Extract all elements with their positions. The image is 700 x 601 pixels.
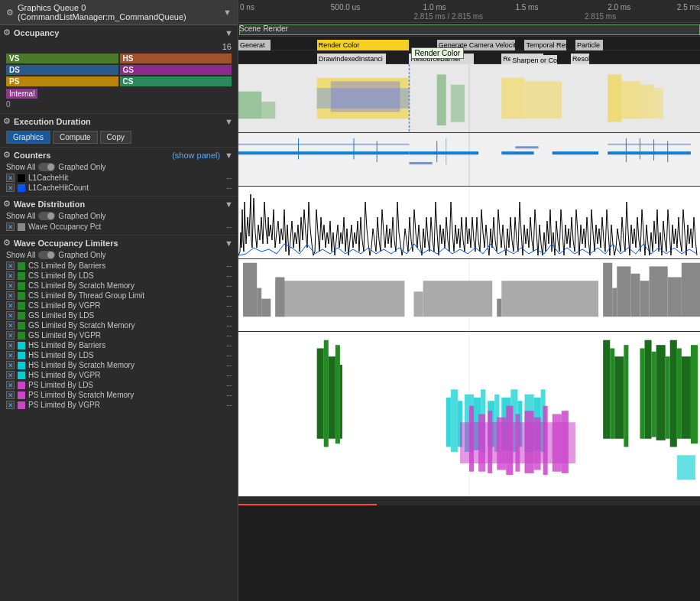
lim-dashes-ps-vgpr: -- [226,401,232,409]
lim-row-ps-vgpr: ✕ PS Limited By VGPR -- [6,400,232,410]
lim-color-hs-scratch [18,362,25,369]
lim-color-hs-barriers [18,342,25,349]
svg-rect-45 [414,291,423,317]
lim-color-hs-lds [18,352,25,359]
ruler-marks: 0 ns 500.0 us 1.0 ms 1.5 ms 2.0 ms 2.5 m… [238,2,700,24]
svg-rect-82 [497,417,506,470]
lim-dashes-hs-barriers: -- [226,341,232,349]
counter-label-l1cachehit: L1CacheHit [28,174,68,182]
svg-rect-100 [677,349,682,439]
svg-rect-14 [331,81,400,112]
occupancy-header[interactable]: ⚙ Occupancy ▼ [0,25,238,39]
cmd-particle[interactable]: Particle [575,40,603,50]
lim-color-gs-lds [18,312,25,320]
lim-cb-ps-scratch[interactable]: ✕ [6,391,15,399]
lim-cb-hs-barriers[interactable]: ✕ [6,341,15,349]
dropdown-arrow-icon[interactable]: ▼ [223,8,232,17]
lim-dashes-cs-lds: -- [226,271,232,280]
gq-title: Graphics Queue 0 (CommandListManager:m_C… [18,3,223,21]
lim-color-gs-vgpr [18,332,25,339]
svg-rect-99 [670,340,677,447]
ruler-sub-1: 2.815 ms / 2.815 ms [414,12,484,21]
lim-row-cs-vgpr: ✕ CS Limited By VGPR -- [6,300,232,310]
wave-dist-toggle[interactable] [38,212,55,220]
occupancy-collapse-icon[interactable]: ▼ [225,28,233,37]
svg-rect-4 [238,92,261,119]
svg-rect-50 [612,288,617,317]
lim-label-hs-scratch: HS Limited By Scratch Memory [28,361,134,369]
lim-cb-gs-scratch[interactable]: ✕ [6,321,15,330]
wave-svg [238,259,700,331]
wave-lim-collapse-icon[interactable]: ▼ [225,239,233,248]
lim-cb-ps-vgpr[interactable]: ✕ [6,401,15,409]
lim-label-cs-scratch: CS Limited By Scratch Memory [28,281,134,290]
ruler-1ms: 1.0 ms [423,3,446,11]
exec-graphics-button[interactable]: Graphics [6,131,50,144]
bottom-line [238,504,700,505]
counters-header[interactable]: ⚙ Counters (show panel) ▼ [0,148,238,161]
lim-row-ps-scratch: ✕ PS Limited By Scratch Memory -- [6,390,232,400]
occ-internal: Internal [6,89,37,99]
timeline-ruler: 0 ns 500.0 us 1.0 ms 1.5 ms 2.0 ms 2.5 m… [238,0,700,23]
counters-section: ⚙ Counters (show panel) ▼ Show All Graph… [0,148,238,197]
cmd-resol[interactable]: Resol [571,54,589,64]
cmd-temporal[interactable]: Temporal Resolve [524,40,566,50]
counter-checkbox-l1cachehitcount[interactable]: ✕ [6,184,15,192]
lim-cb-hs-lds[interactable]: ✕ [6,351,15,359]
counters-collapse-icon[interactable]: ▼ [225,151,233,160]
svg-rect-13 [654,88,663,119]
svg-rect-87 [543,406,548,475]
wave-lim-graphed-label: Graphed Only [58,251,105,259]
exec-header[interactable]: ⚙ Execution Duration ▼ [0,114,238,128]
counters-toggle[interactable] [38,163,55,171]
svg-rect-86 [534,417,541,470]
wave-dist-header[interactable]: ⚙ Wave Distribution ▼ [0,197,238,210]
lim-color-cs-vgpr [18,302,25,310]
lim-cb-gs-lds[interactable]: ✕ [6,311,15,320]
svg-rect-91 [610,349,614,439]
ruler-15ms: 1.5 ms [515,3,538,11]
occupancy-section: ⚙ Occupancy ▼ 16 VS HS DS GS PS CS Inter… [0,25,238,114]
occ-cs: CS [120,76,232,86]
lim-dashes-hs-vgpr: -- [226,371,232,379]
counters-graphed-label: Graphed Only [58,163,105,171]
svg-rect-62 [335,345,340,443]
lim-label-cs-barriers: CS Limited By Barriers [28,262,105,270]
svg-rect-80 [478,414,485,472]
lim-dashes-cs-tg: -- [226,291,232,300]
counters-show-all-row: Show All Graphed Only [6,163,232,171]
wave-dist-collapse-icon[interactable]: ▼ [225,200,233,209]
exec-collapse-icon[interactable]: ▼ [225,117,233,126]
lim-cb-cs-tg[interactable]: ✕ [6,291,15,300]
lim-cb-cs-barriers[interactable]: ✕ [6,262,15,270]
wave-lim-toggle[interactable] [38,251,55,259]
lim-cb-ps-lds[interactable]: ✕ [6,381,15,389]
wave-lim-gear-icon: ⚙ [3,238,11,248]
counter-checkbox-l1cachehit[interactable]: ✕ [6,174,15,182]
cmd-generat[interactable]: Generat [238,40,271,50]
svg-rect-43 [275,281,404,317]
cmd-drawindexed[interactable]: DrawIndexedInstanci [317,54,387,64]
ruler-500us: 500.0 us [331,3,360,11]
gq-header[interactable]: ⚙ Graphics Queue 0 (CommandListManager:m… [0,0,238,25]
lim-cb-hs-scratch[interactable]: ✕ [6,361,15,369]
wave-dist-show-all-label: Show All [6,212,35,220]
wave-lim-header[interactable]: ⚙ Wave Occupancy Limiters ▼ [0,236,238,249]
show-panel-link[interactable]: (show panel) [172,151,220,160]
lim-cb-cs-lds[interactable]: ✕ [6,271,15,280]
lim-dashes-hs-lds: -- [226,351,232,359]
svg-rect-44 [275,278,284,317]
svg-rect-84 [515,414,520,472]
exec-copy-button[interactable]: Copy [100,131,131,144]
lim-cb-hs-vgpr[interactable]: ✕ [6,371,15,379]
occ-max-label: 16 [6,42,232,51]
wave-occ-checkbox[interactable]: ✕ [6,223,15,231]
lim-row-cs-tg: ✕ CS Limited By Thread Group Limit -- [6,291,232,300]
lim-row-hs-scratch: ✕ HS Limited By Scratch Memory -- [6,360,232,370]
exec-compute-button[interactable]: Compute [53,131,98,144]
counter-color-l1cachehit [18,174,25,182]
lim-cb-gs-vgpr[interactable]: ✕ [6,331,15,339]
lim-cb-cs-vgpr[interactable]: ✕ [6,301,15,310]
lim-cb-cs-scratch[interactable]: ✕ [6,281,15,290]
cmd-render-color[interactable]: Render Color [317,40,410,50]
